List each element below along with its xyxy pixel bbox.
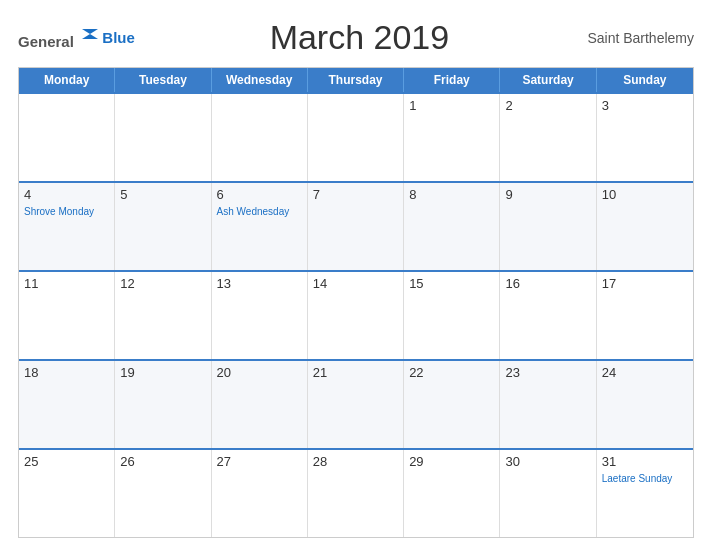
day-number: 31 xyxy=(602,454,688,469)
day-number: 9 xyxy=(505,187,590,202)
col-friday: Friday xyxy=(404,68,500,92)
day-number: 5 xyxy=(120,187,205,202)
day-cell-4-7: 24 xyxy=(597,361,693,448)
col-monday: Monday xyxy=(19,68,115,92)
day-number: 16 xyxy=(505,276,590,291)
day-cell-3-6: 16 xyxy=(500,272,596,359)
day-cell-1-7: 3 xyxy=(597,94,693,181)
day-cell-2-7: 10 xyxy=(597,183,693,270)
col-sunday: Sunday xyxy=(597,68,693,92)
day-cell-5-4: 28 xyxy=(308,450,404,537)
day-number: 10 xyxy=(602,187,688,202)
day-number: 15 xyxy=(409,276,494,291)
day-cell-3-4: 14 xyxy=(308,272,404,359)
day-cell-3-3: 13 xyxy=(212,272,308,359)
col-saturday: Saturday xyxy=(500,68,596,92)
day-cell-1-2 xyxy=(115,94,211,181)
day-cell-2-4: 7 xyxy=(308,183,404,270)
calendar-grid: Monday Tuesday Wednesday Thursday Friday… xyxy=(18,67,694,538)
day-cell-5-3: 27 xyxy=(212,450,308,537)
day-cell-4-3: 20 xyxy=(212,361,308,448)
day-cell-1-5: 1 xyxy=(404,94,500,181)
day-number: 3 xyxy=(602,98,688,113)
day-number: 26 xyxy=(120,454,205,469)
day-number: 13 xyxy=(217,276,302,291)
day-number: 18 xyxy=(24,365,109,380)
day-number: 23 xyxy=(505,365,590,380)
day-cell-5-2: 26 xyxy=(115,450,211,537)
day-number: 29 xyxy=(409,454,494,469)
logo-flag-icon xyxy=(80,25,102,47)
day-cell-2-6: 9 xyxy=(500,183,596,270)
day-number: 1 xyxy=(409,98,494,113)
day-cell-5-5: 29 xyxy=(404,450,500,537)
day-number: 4 xyxy=(24,187,109,202)
week-row-2: 4Shrove Monday56Ash Wednesday78910 xyxy=(19,181,693,270)
day-event: Ash Wednesday xyxy=(217,205,302,218)
day-number: 6 xyxy=(217,187,302,202)
day-cell-2-1: 4Shrove Monday xyxy=(19,183,115,270)
day-number: 24 xyxy=(602,365,688,380)
day-cell-3-7: 17 xyxy=(597,272,693,359)
day-cell-4-6: 23 xyxy=(500,361,596,448)
week-row-5: 25262728293031Laetare Sunday xyxy=(19,448,693,537)
week-row-1: 123 xyxy=(19,92,693,181)
calendar-body: 1234Shrove Monday56Ash Wednesday78910111… xyxy=(19,92,693,537)
day-cell-5-1: 25 xyxy=(19,450,115,537)
col-wednesday: Wednesday xyxy=(212,68,308,92)
day-cell-4-5: 22 xyxy=(404,361,500,448)
day-cell-1-4 xyxy=(308,94,404,181)
day-cell-5-7: 31Laetare Sunday xyxy=(597,450,693,537)
day-number: 17 xyxy=(602,276,688,291)
calendar-header-row: Monday Tuesday Wednesday Thursday Friday… xyxy=(19,68,693,92)
day-number: 7 xyxy=(313,187,398,202)
logo: General Blue xyxy=(18,25,135,51)
day-cell-5-6: 30 xyxy=(500,450,596,537)
day-number: 28 xyxy=(313,454,398,469)
week-row-3: 11121314151617 xyxy=(19,270,693,359)
col-thursday: Thursday xyxy=(308,68,404,92)
day-number: 8 xyxy=(409,187,494,202)
day-number: 12 xyxy=(120,276,205,291)
calendar-page: General Blue March 2019 Saint Barthelemy… xyxy=(0,0,712,550)
day-number: 14 xyxy=(313,276,398,291)
day-cell-1-3 xyxy=(212,94,308,181)
day-cell-3-2: 12 xyxy=(115,272,211,359)
day-number: 19 xyxy=(120,365,205,380)
week-row-4: 18192021222324 xyxy=(19,359,693,448)
day-number: 11 xyxy=(24,276,109,291)
day-number: 30 xyxy=(505,454,590,469)
day-cell-1-6: 2 xyxy=(500,94,596,181)
day-event: Shrove Monday xyxy=(24,205,109,218)
day-cell-4-2: 19 xyxy=(115,361,211,448)
day-cell-2-3: 6Ash Wednesday xyxy=(212,183,308,270)
day-number: 20 xyxy=(217,365,302,380)
day-number: 2 xyxy=(505,98,590,113)
day-number: 25 xyxy=(24,454,109,469)
logo-general: General xyxy=(18,33,74,50)
day-number: 27 xyxy=(217,454,302,469)
region-label: Saint Barthelemy xyxy=(584,30,694,46)
day-cell-4-1: 18 xyxy=(19,361,115,448)
day-cell-3-1: 11 xyxy=(19,272,115,359)
col-tuesday: Tuesday xyxy=(115,68,211,92)
day-cell-4-4: 21 xyxy=(308,361,404,448)
logo-blue: Blue xyxy=(102,30,135,45)
day-cell-1-1 xyxy=(19,94,115,181)
calendar-title: March 2019 xyxy=(135,18,584,57)
day-cell-3-5: 15 xyxy=(404,272,500,359)
day-cell-2-5: 8 xyxy=(404,183,500,270)
day-number: 21 xyxy=(313,365,398,380)
day-number: 22 xyxy=(409,365,494,380)
day-cell-2-2: 5 xyxy=(115,183,211,270)
day-event: Laetare Sunday xyxy=(602,472,688,485)
page-header: General Blue March 2019 Saint Barthelemy xyxy=(18,18,694,57)
